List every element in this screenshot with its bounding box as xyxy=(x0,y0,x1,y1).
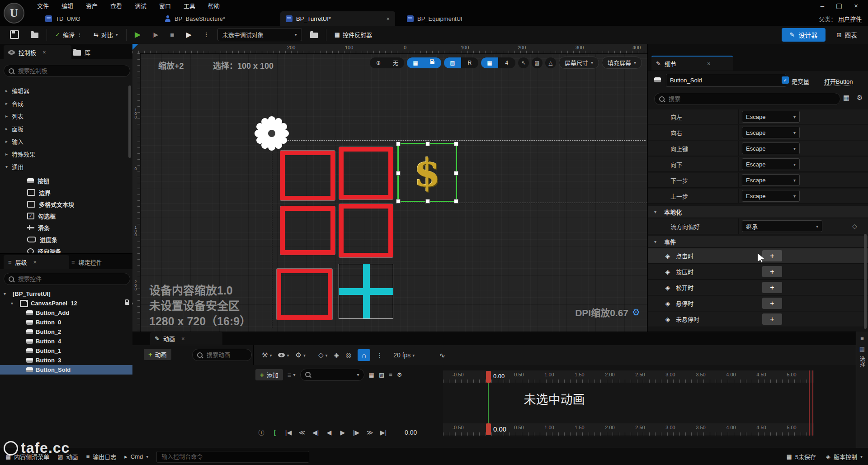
globe-icon[interactable]: ⊕ xyxy=(370,57,387,68)
widget-button-3[interactable] xyxy=(339,204,393,257)
rows-icon[interactable]: ≡ xyxy=(389,371,392,378)
pin-icon[interactable]: ◎ xyxy=(345,351,351,359)
save-button[interactable] xyxy=(6,28,23,41)
unsaved-button[interactable]: ▦ 5未保存 xyxy=(786,452,816,461)
range-end-marker[interactable] xyxy=(812,370,813,436)
palette-group-panel[interactable]: ▸面板 xyxy=(0,123,138,135)
cmd-dropdown[interactable]: ▸ Cmd ▾ xyxy=(124,453,148,460)
widget-name-field[interactable] xyxy=(666,74,786,87)
preview-background-icon[interactable]: ▨ xyxy=(532,57,542,68)
selection-handle[interactable] xyxy=(454,171,458,176)
loop-range-icon[interactable]: [ xyxy=(271,429,279,436)
source-control-button[interactable]: ◈ 版本控制 ▾ xyxy=(826,452,863,461)
details-scrollbar[interactable] xyxy=(864,234,867,329)
designer-button[interactable]: ✎ 设计器 xyxy=(782,28,826,42)
curve-editor-icon[interactable]: ∿ xyxy=(439,351,445,360)
hierarchy-search-input[interactable] xyxy=(17,275,125,283)
widget-button-0[interactable] xyxy=(280,151,335,200)
close-button[interactable]: × xyxy=(854,2,858,10)
widget-button-sold-selected[interactable]: $ xyxy=(397,143,457,202)
palette-group-input[interactable]: ▸输入 xyxy=(0,135,138,147)
close-icon[interactable]: × xyxy=(386,15,390,22)
section-events[interactable]: ▾ 事件 xyxy=(648,236,868,248)
parent-class-link[interactable]: 用户控件 xyxy=(838,16,862,23)
frame-skip-button[interactable]: |▶ xyxy=(149,29,162,40)
output-log-button[interactable]: ≡ 输出日志 xyxy=(86,452,117,461)
tab-animation[interactable]: ✎ 动画 × xyxy=(150,332,222,345)
doc-tab-bp-turretui[interactable]: BP_TurretUI* × xyxy=(280,11,395,26)
tab-palette[interactable]: 控制板 × xyxy=(4,45,71,59)
track-search-input[interactable] xyxy=(314,371,354,379)
lock-icon[interactable] xyxy=(125,302,129,305)
fill-screen-dropdown[interactable]: 填充屏幕 ▾ xyxy=(602,57,642,69)
palette-group-editor[interactable]: ▸编辑器 xyxy=(0,85,138,97)
menu-debug[interactable]: 调试 xyxy=(130,0,151,10)
widget-button-2[interactable] xyxy=(280,206,335,255)
add-onunhovered-event-button[interactable]: + xyxy=(762,313,782,325)
marquee-icon[interactable]: ▦ xyxy=(407,57,424,68)
play-reverse-button[interactable]: ◀ xyxy=(325,429,333,436)
console-input[interactable] xyxy=(160,453,305,460)
keyframe-options-icon[interactable]: ◇▾ xyxy=(318,351,328,359)
gear-icon[interactable]: ⚙ xyxy=(397,371,402,378)
playhead-marker-top[interactable] xyxy=(486,371,491,383)
reset-to-default-icon[interactable]: ◇ xyxy=(852,223,857,230)
menu-tools[interactable]: 工具 xyxy=(179,0,200,10)
anchor-medallion-icon[interactable] xyxy=(255,116,289,151)
screen-size-dropdown[interactable]: 屏幕尺寸 ▾ xyxy=(559,57,599,69)
add-animation-button[interactable]: + 动画 xyxy=(144,349,171,360)
list-icon[interactable]: ≡ xyxy=(860,335,864,342)
flow-direction-dropdown[interactable]: 继承 ▾ xyxy=(742,220,822,232)
menu-help[interactable]: 帮助 xyxy=(203,0,224,10)
nav-previous-dropdown[interactable]: Escape▾ xyxy=(742,190,800,202)
track-search[interactable]: ▾ xyxy=(300,369,364,381)
tab-library[interactable]: 库 xyxy=(69,45,95,59)
tab-details[interactable]: ✎ 细节 × xyxy=(651,56,733,71)
browse-asset-button[interactable] xyxy=(27,29,42,40)
palette-scrollbar[interactable] xyxy=(128,85,131,158)
save-settings-icon[interactable]: ⚒▾ xyxy=(262,351,272,359)
selection-handle[interactable] xyxy=(425,199,430,204)
gear-icon[interactable]: ⚙ xyxy=(632,307,640,318)
playback-options-icon[interactable]: ⚙▾ xyxy=(296,351,306,359)
stop-button[interactable]: ■ xyxy=(166,29,178,40)
snap-icon[interactable]: ▨ xyxy=(444,57,461,68)
section-localization[interactable]: ▾ 本地化 xyxy=(648,206,868,218)
play-button[interactable]: ▶ xyxy=(131,28,144,41)
close-icon[interactable]: × xyxy=(181,335,185,342)
doc-tab-bp-basestructure[interactable]: BP_BaseStructure* xyxy=(159,11,231,26)
menu-window[interactable]: 窗口 xyxy=(155,0,175,10)
menu-edit[interactable]: 编辑 xyxy=(57,0,78,10)
widget-button-1[interactable] xyxy=(339,147,393,199)
display-filter-icon[interactable]: ▦ xyxy=(843,94,849,102)
palette-search-input[interactable] xyxy=(17,67,125,75)
tab-hierarchy[interactable]: ≡ 层级 × xyxy=(4,255,69,269)
is-variable-checkbox[interactable]: ✓ xyxy=(782,76,789,84)
jump-back-button[interactable]: ≪ xyxy=(298,429,306,436)
side-select-tab[interactable]: 选择 xyxy=(859,356,866,367)
range-end-marker[interactable] xyxy=(809,370,810,436)
snap-options-icon[interactable]: ⋮ xyxy=(377,352,382,359)
palette-group-common[interactable]: ▾通用 xyxy=(0,161,138,173)
auto-key-icon[interactable]: ◈ xyxy=(334,351,340,359)
widget-reflector-button[interactable]: ▦ 控件反射器 xyxy=(331,28,376,41)
palette-group-compose[interactable]: ▸合成 xyxy=(0,97,138,109)
selection-handle[interactable] xyxy=(396,142,401,146)
to-front-button[interactable]: |◀ xyxy=(284,429,292,436)
selection-handle[interactable] xyxy=(396,199,401,204)
cursor-tool-icon[interactable]: ↖ xyxy=(518,57,529,68)
gear-icon[interactable]: ⚙ xyxy=(857,94,863,102)
menu-asset[interactable]: 资产 xyxy=(81,0,102,10)
close-icon[interactable]: × xyxy=(707,60,711,67)
play-options-icon[interactable]: ⋮ xyxy=(200,29,213,40)
dots-icon[interactable]: ⋮ xyxy=(77,32,82,37)
palette-group-fx[interactable]: ▸特殊效果 xyxy=(0,148,138,160)
debug-object-dropdown[interactable]: 未选中调试对象 ▾ xyxy=(217,28,302,41)
unreal-logo-icon[interactable]: U xyxy=(4,3,24,24)
selection-handle[interactable] xyxy=(396,171,401,176)
debug-browse-button[interactable] xyxy=(307,29,321,40)
add-onpressed-event-button[interactable]: + xyxy=(762,266,782,277)
tree-row-canvaspanel[interactable]: ▾ CanvasPanel_12 xyxy=(0,299,143,308)
details-search-input[interactable] xyxy=(668,95,835,103)
doc-tab-td-umg[interactable]: TD_UMG xyxy=(40,11,86,26)
